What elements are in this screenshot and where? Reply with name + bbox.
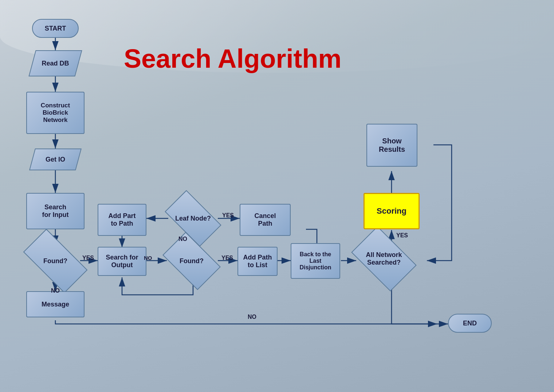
message-node: Message bbox=[26, 291, 85, 317]
add-path-node: Add Path to List bbox=[237, 247, 278, 276]
yes-label-network: YES bbox=[396, 232, 408, 239]
page-title: Search Algorithm bbox=[124, 44, 341, 74]
leaf-node-node: Leaf Node? bbox=[168, 203, 218, 234]
scoring-node: Scoring bbox=[364, 193, 420, 229]
add-part-node: Add Part to Path bbox=[98, 204, 146, 236]
show-results-node: Show Results bbox=[366, 124, 417, 167]
construct-node: Construct BioBrick Network bbox=[26, 92, 85, 134]
no-label-1: NO bbox=[51, 288, 60, 294]
get-io-node: Get IO bbox=[29, 149, 82, 170]
cancel-path-node: Cancel Path bbox=[240, 204, 291, 236]
search-input-node: Search for Input bbox=[26, 193, 85, 229]
end-node: END bbox=[448, 314, 492, 333]
search-output-node: Search for Output bbox=[98, 247, 146, 276]
no-label-found2: NO bbox=[144, 255, 152, 261]
found2-node: Found? bbox=[167, 245, 216, 277]
yes-label-found2: YES bbox=[221, 255, 233, 261]
no-label-network: NO bbox=[248, 314, 256, 320]
read-db-node: Read DB bbox=[28, 50, 82, 76]
all-network-node: All Network Searched? bbox=[356, 240, 412, 277]
yes-label-1: YES bbox=[82, 255, 94, 261]
start-node: START bbox=[32, 19, 79, 38]
back-last-node: Back to the Last Disjunction bbox=[291, 243, 340, 279]
no-label-leaf: NO bbox=[178, 236, 187, 242]
yes-label-leaf: YES bbox=[222, 212, 234, 219]
found1-node: Found? bbox=[26, 245, 85, 277]
